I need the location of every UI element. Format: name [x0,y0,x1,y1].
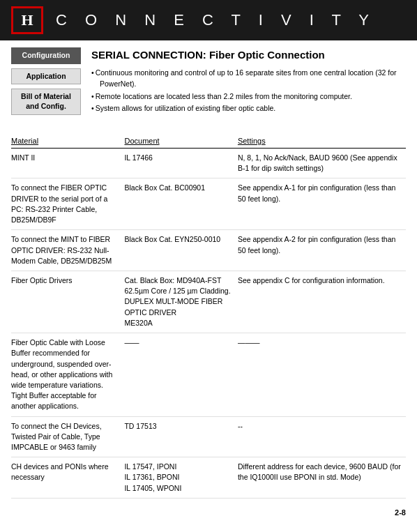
table-row: Fiber Optic DriversCat. Black Box: MD940… [11,271,406,333]
logo-icon: H [21,11,33,29]
cell-settings-0: N, 8, 1, No Ack/Nack, BAUD 9600 (See app… [238,149,406,178]
sidebar-btn-configuration[interactable]: Configuration [11,47,81,64]
cell-document-1: Black Box Cat. BC00901 [124,178,237,230]
sidebar: Configuration Application Bill of Materi… [11,47,91,121]
col-header-material: Material [11,135,124,149]
cell-material-5: To connect the CH Devices, Twisted Pair … [11,416,124,457]
table-row: To connect the FIBER OPTIC DRIVER to the… [11,178,406,230]
cell-document-3: Cat. Black Box: MD940A-FST62.5µm Core / … [124,271,237,333]
cell-material-0: MINT II [11,149,124,178]
cell-material-4: Fiber Optic Cable with Loose Buffer reco… [11,333,124,417]
col-header-document: Document [124,135,237,149]
data-table: Material Document Settings MINT IIIL 174… [11,135,406,499]
table-row: Fiber Optic Cable with Loose Buffer reco… [11,333,406,417]
cell-settings-4: ——— [238,333,406,417]
cell-settings-1: See appendix A-1 for pin configuration (… [238,178,406,230]
cell-material-2: To connect the MINT to FIBER OPTIC DRIVE… [11,230,124,271]
table-row: MINT IIIL 17466N, 8, 1, No Ack/Nack, BAU… [11,149,406,178]
cell-settings-6: Different address for each device, 9600 … [238,457,406,499]
header: H C O N N E C T I V I T Y [0,0,417,40]
main-content: Material Document Settings MINT IIIL 174… [0,135,417,506]
table-row: To connect the CH Devices, Twisted Pair … [11,416,406,457]
cell-material-6: CH devices and PONIs where necessary [11,457,124,499]
table-row: To connect the MINT to FIBER OPTIC DRIVE… [11,230,406,271]
page-title: SERIAL CONNECTION: Fiber Optic Connectio… [91,47,406,61]
cell-document-4: —— [124,333,237,417]
page-title-area: SERIAL CONNECTION: Fiber Optic Connectio… [91,47,406,121]
page-number: 2-8 [0,506,417,521]
table-row: CH devices and PONIs where necessaryIL 1… [11,457,406,499]
cell-settings-2: See appendix A-2 for pin configuration (… [238,230,406,271]
cell-material-3: Fiber Optic Drivers [11,271,124,333]
cell-settings-3: See appendix C for configuration informa… [238,271,406,333]
col-header-settings: Settings [238,135,406,149]
layout: Configuration Application Bill of Materi… [11,47,406,121]
logo-box: H [11,6,43,34]
sidebar-btn-bill-of-material[interactable]: Bill of Material and Config. [11,89,81,114]
cell-document-0: IL 17466 [124,149,237,178]
bullet-1: •Continuous monitoring and control of up… [91,68,406,90]
cell-document-2: Black Box Cat. EYN250-0010 [124,230,237,271]
cell-material-1: To connect the FIBER OPTIC DRIVER to the… [11,178,124,230]
cell-document-6: IL 17547, IPONIIL 17361, BPONIIL 17405, … [124,457,237,499]
cell-settings-5: -- [238,416,406,457]
bullet-2: •Remote locations are located less than … [91,91,406,102]
content-area: Configuration Application Bill of Materi… [0,40,417,132]
app-title: C O N N E C T I V I T Y [56,11,376,29]
sidebar-btn-application[interactable]: Application [11,68,81,85]
bullet-3: •System allows for utilization of existi… [91,103,406,114]
cell-document-5: TD 17513 [124,416,237,457]
bullet-list: •Continuous monitoring and control of up… [91,68,406,114]
